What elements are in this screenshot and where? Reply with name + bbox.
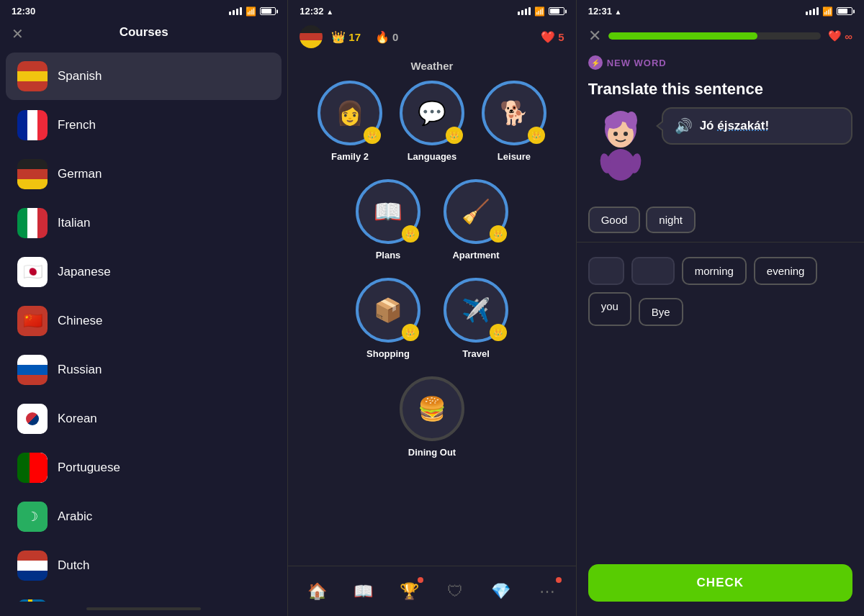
word-chip-bye[interactable]: Bye — [639, 298, 683, 326]
skills-panel: 12:32 ▲ 📶 👑 17 🔥 0 — [288, 0, 576, 616]
skill-badge: 👑 — [490, 225, 507, 243]
skill-badge: 👑 — [402, 225, 419, 243]
course-item-pt[interactable]: Portuguese — [6, 444, 282, 492]
xp-badge: 👑 17 — [331, 30, 361, 44]
underlined-word: éjszakát! — [717, 119, 769, 132]
course-item-ar[interactable]: ☽Arabic — [6, 493, 282, 540]
home-indicator-1 — [86, 607, 201, 610]
skill-item-leisure[interactable]: 🐕👑Leisure — [482, 81, 546, 162]
flag-ja: 🇯🇵 — [17, 257, 48, 287]
status-icons-1: 📶 — [229, 6, 276, 17]
courses-title: Courses — [120, 25, 168, 40]
svg-point-6 — [613, 132, 618, 136]
sound-icon[interactable]: 🔊 — [675, 117, 693, 135]
progress-fill — [608, 32, 757, 40]
skill-row-3: 📦👑Shopping✈️👑Travel — [300, 278, 564, 359]
wifi-icon: 📶 — [246, 6, 256, 17]
wifi-icon-2: 📶 — [534, 6, 545, 17]
new-word-icon: ⚡ — [588, 55, 603, 70]
flag-ru — [17, 355, 48, 385]
word-chip-you[interactable]: you — [588, 292, 631, 326]
exercise-panel: 12:31 ▲ 📶 ✕ ❤️ ∞ ⚡ NEW WORD Tr — [577, 0, 864, 616]
course-name-ja: Japanese — [58, 265, 111, 279]
course-name-de: German — [58, 167, 102, 181]
status-icons-3: 📶 — [806, 6, 852, 17]
course-item-zh[interactable]: 🇨🇳Chinese — [6, 297, 282, 345]
course-item-it[interactable]: Italian — [6, 199, 282, 247]
skill-item-shopping[interactable]: 📦👑Shopping — [356, 278, 420, 359]
word-chip-evening[interactable]: evening — [754, 257, 818, 285]
skill-item-apartment[interactable]: 🧹👑Apartment — [444, 179, 508, 261]
section-label: Weather — [288, 57, 575, 81]
skill-badge: 👑 — [446, 127, 463, 144]
signal-icon — [229, 7, 242, 15]
skill-name: Travel — [462, 348, 490, 359]
course-item-de[interactable]: German — [6, 150, 282, 198]
skill-circle: 📖👑 — [356, 179, 420, 244]
skill-circle: 👩👑 — [318, 81, 382, 145]
flag-nl — [17, 551, 48, 581]
course-item-fr[interactable]: French — [6, 101, 282, 149]
flag-ko — [17, 404, 48, 434]
skill-item-travel[interactable]: ✈️👑Travel — [444, 278, 508, 359]
answer-chip-good[interactable]: Good — [588, 207, 641, 233]
hearts-badge: ❤️ 5 — [541, 30, 564, 44]
course-name-zh: Chinese — [58, 314, 102, 328]
course-item-sv[interactable]: Swedish — [6, 591, 282, 602]
flag-ar: ☽ — [17, 502, 48, 532]
skill-row-4: 🍔Dining Out — [300, 376, 564, 458]
german-flag[interactable] — [300, 25, 323, 48]
skill-name: Plans — [376, 250, 401, 261]
skill-name: Apartment — [452, 250, 499, 261]
skill-name: Shopping — [366, 348, 410, 359]
nav-dot — [556, 577, 562, 583]
courses-header: ✕ Courses — [0, 19, 287, 48]
skills-top-bar: 👑 17 🔥 0 ❤️ 5 — [288, 19, 575, 57]
flag-it — [17, 208, 48, 238]
nav-item-4[interactable]: 💎 — [485, 576, 517, 607]
character-area: 🔊 Jó éjszakát! — [577, 107, 864, 198]
nav-dot — [418, 577, 423, 583]
time-1: 12:30 — [12, 6, 35, 17]
course-item-nl[interactable]: Dutch — [6, 542, 282, 589]
speech-bubble: 🔊 Jó éjszakát! — [662, 107, 852, 145]
course-name-nl: Dutch — [58, 558, 89, 573]
exercise-hearts: ❤️ ∞ — [828, 30, 852, 42]
nav-item-0[interactable]: 🏠 — [301, 576, 333, 607]
nav-item-5[interactable]: ⋯ — [531, 576, 563, 607]
skill-badge: 👑 — [528, 127, 545, 144]
streak-badge: 🔥 0 — [375, 30, 398, 44]
skill-badge: 👑 — [402, 324, 419, 341]
skill-item-dining-out[interactable]: 🍔Dining Out — [400, 376, 464, 458]
answer-area: Good night — [577, 198, 864, 243]
skill-circle: ✈️👑 — [444, 278, 508, 343]
course-item-ja[interactable]: 🇯🇵Japanese — [6, 248, 282, 296]
skill-circle: 🍔 — [400, 376, 464, 441]
nav-item-2[interactable]: 🏆 — [393, 576, 425, 607]
nav-item-1[interactable]: 📖 — [347, 576, 379, 607]
hungarian-text: Jó éjszakát! — [700, 119, 769, 133]
course-item-ru[interactable]: Russian — [6, 346, 282, 394]
close-button[interactable]: ✕ — [12, 25, 24, 42]
flame-icon: 🔥 — [375, 30, 390, 44]
nav-item-3[interactable]: 🛡 — [439, 576, 471, 607]
battery-icon — [260, 7, 276, 15]
course-name-ar: Arabic — [58, 509, 92, 524]
check-button[interactable]: CHECK — [588, 564, 852, 602]
answer-chip-night[interactable]: night — [646, 207, 696, 233]
skill-item-languages[interactable]: 💬👑Languages — [400, 81, 464, 162]
skill-badge: 👑 — [490, 324, 507, 341]
skill-item-family-2[interactable]: 👩👑Family 2 — [318, 81, 382, 162]
exercise-top-bar: ✕ ❤️ ∞ — [577, 19, 864, 51]
status-bar-2: 12:32 ▲ 📶 — [288, 0, 575, 19]
word-chip-morning[interactable]: morning — [682, 257, 747, 285]
heart-icon-ex: ❤️ — [828, 30, 842, 42]
course-item-ko[interactable]: Korean — [6, 395, 282, 443]
exercise-close-button[interactable]: ✕ — [588, 27, 601, 45]
character-svg — [588, 107, 653, 186]
crown-icon: 👑 — [331, 30, 346, 44]
status-icons-2: 📶 — [518, 6, 564, 17]
blank-chip-1 — [588, 257, 624, 285]
skill-item-plans[interactable]: 📖👑Plans — [356, 179, 420, 261]
course-item-es[interactable]: Spanish — [6, 53, 282, 100]
